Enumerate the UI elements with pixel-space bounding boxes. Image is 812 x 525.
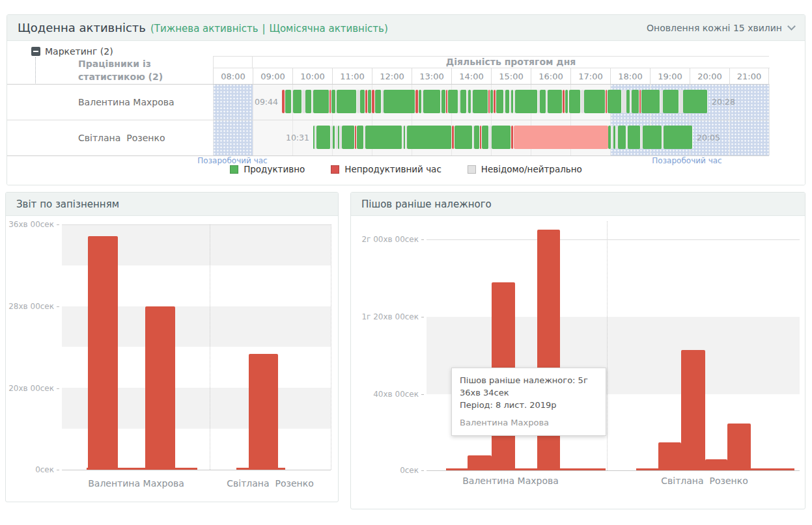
collapse-group-icon[interactable] xyxy=(31,47,40,56)
chart-bar[interactable] xyxy=(145,306,175,470)
employee-name: Світлана Розенко xyxy=(78,133,165,143)
productive-segment xyxy=(365,126,402,149)
productive-segment xyxy=(473,90,488,113)
timeline-legend: ПродуктивноНепродуктивний часНевідомо/не… xyxy=(7,164,805,174)
weekly-activity-link[interactable]: Тижнева активність xyxy=(154,23,259,34)
productive-segment xyxy=(540,90,546,113)
daily-activity-header: Щоденна активність (Тижнева активність|Щ… xyxy=(7,15,805,41)
productive-segment xyxy=(342,126,355,149)
x-category-label: Світлана Розенко xyxy=(227,478,313,489)
group-separator xyxy=(607,221,608,470)
hour-tick-16:00: 16:00 xyxy=(531,68,570,84)
legend-swatch-icon xyxy=(230,165,238,174)
clock-out-time: 20:05 xyxy=(697,133,720,142)
timeline-area: Маркетинг (2) Працівники із статистикою … xyxy=(7,41,805,185)
y-tick-mark xyxy=(57,306,59,307)
chart-bar[interactable] xyxy=(468,455,492,470)
y-tick-label: 40хв 00сек xyxy=(351,390,419,399)
refresh-interval-dropdown[interactable]: Оновлення кожні 15 хвилин xyxy=(647,23,794,33)
group-label[interactable]: Маркетинг (2) xyxy=(45,46,113,57)
productive-segment xyxy=(505,90,510,113)
y-tick-label: 28хв 00сек xyxy=(6,302,54,311)
y-tick-label: 0сек xyxy=(6,465,54,474)
legend-swatch-icon xyxy=(331,165,339,174)
timeline-row-separator xyxy=(7,120,769,120)
y-tick-mark xyxy=(421,317,424,317)
productive-segment xyxy=(663,90,679,113)
productive-segment xyxy=(641,90,660,113)
hour-tick-18:00: 18:00 xyxy=(610,68,650,84)
hour-tick-08:00: 08:00 xyxy=(213,68,253,84)
productive-segment xyxy=(384,90,416,113)
productive-segment xyxy=(548,90,563,113)
chart-tooltip: Пішов раніше належного: 5г 36хв 34сек Пе… xyxy=(451,368,606,436)
productive-segment xyxy=(618,126,626,149)
chart-bar[interactable] xyxy=(249,354,278,470)
lateness-report-panel: Звіт по запізненням 36хв 00сек28хв 00сек… xyxy=(5,192,339,502)
hour-tick-20:00: 20:00 xyxy=(690,68,729,84)
productive-segment xyxy=(448,90,458,113)
legend-item-u: Невідомо/нейтрально xyxy=(468,164,582,174)
activity-bar[interactable] xyxy=(282,90,708,113)
tooltip-employee: Валентина Махрова xyxy=(460,418,598,427)
productive-segment xyxy=(460,90,467,113)
productive-segment xyxy=(357,126,364,149)
chart-bar[interactable] xyxy=(727,424,751,470)
hour-tick-19:00: 19:00 xyxy=(650,68,690,84)
legend-label: Невідомо/нейтрально xyxy=(481,164,582,174)
legend-label: Продуктивно xyxy=(244,164,305,174)
productive-segment xyxy=(441,90,446,113)
activity-bar[interactable] xyxy=(313,126,693,149)
group-separator xyxy=(210,224,210,470)
x-category-label: Валентина Махрова xyxy=(462,476,559,486)
productive-segment xyxy=(313,90,329,113)
productive-segment xyxy=(515,90,538,113)
clock-in-time: 09:44 xyxy=(251,97,278,107)
productive-segment xyxy=(632,90,639,113)
lateness-report-header: Звіт по запізненням xyxy=(6,193,338,216)
y-tick-mark xyxy=(421,239,424,240)
productive-segment xyxy=(375,90,382,113)
employees-column-header: Працівники із статистикою (2) xyxy=(78,58,216,83)
hour-tick-13:00: 13:00 xyxy=(412,68,451,84)
chart-bar[interactable] xyxy=(705,459,727,470)
y-tick-mark xyxy=(57,224,59,225)
productive-segment xyxy=(423,90,441,113)
refresh-interval-label: Оновлення кожні 15 хвилин xyxy=(647,23,782,33)
productive-segment xyxy=(419,90,422,113)
left-early-report-header: Пішов раніше належного xyxy=(351,193,805,216)
productive-segment xyxy=(368,90,372,113)
productive-segment xyxy=(482,126,489,149)
productive-segment xyxy=(407,126,452,149)
productive-segment xyxy=(331,90,336,113)
day-activity-header: Діяльність протягом дня xyxy=(253,57,769,67)
tooltip-value: Пішов раніше належного: 5г 36хв 34сек xyxy=(460,375,598,399)
idle-segment xyxy=(514,126,609,149)
chart-bar[interactable] xyxy=(88,236,118,470)
y-tick-mark xyxy=(57,388,59,389)
employee-name: Валентина Махрова xyxy=(78,97,175,107)
productive-segment xyxy=(316,126,331,149)
neutral-segment xyxy=(302,90,305,113)
clock-out-time: 20:28 xyxy=(712,97,735,107)
y-tick-mark xyxy=(57,470,59,470)
productive-segment xyxy=(584,90,606,113)
neutral-segment xyxy=(679,90,683,113)
productive-segment xyxy=(628,126,641,149)
y-tick-label: 36хв 00сек xyxy=(6,220,54,229)
productive-segment xyxy=(293,90,302,113)
monthly-activity-link[interactable]: Щомісячна активність xyxy=(270,23,384,34)
tree-connector xyxy=(35,57,36,85)
productive-segment xyxy=(455,126,473,149)
chart-bar[interactable] xyxy=(658,442,681,470)
left-early-report-panel: Пішов раніше належного Пішов раніше нале… xyxy=(350,192,805,509)
legend-item-n: Непродуктивний час xyxy=(331,164,441,174)
chevron-down-icon xyxy=(787,22,796,31)
y-tick-label: 0сек xyxy=(351,466,419,475)
hour-tick-15:00: 15:00 xyxy=(491,68,531,84)
legend-label: Непродуктивний час xyxy=(344,164,441,174)
productive-segment xyxy=(492,126,511,149)
neutral-segment xyxy=(489,126,492,149)
chart-bar[interactable] xyxy=(681,350,705,470)
group-separator xyxy=(331,224,331,470)
